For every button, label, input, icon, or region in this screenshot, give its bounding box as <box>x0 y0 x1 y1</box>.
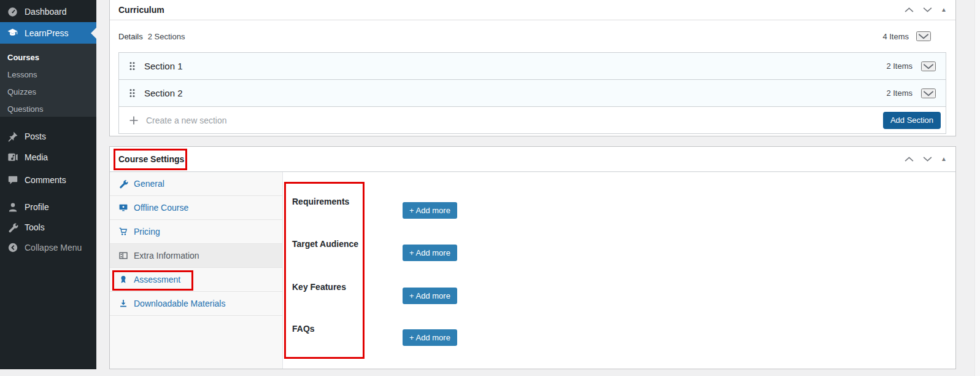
award-icon <box>118 275 128 284</box>
field-label-requirements: Requirements <box>292 197 349 206</box>
sidebar-item-collapse-menu[interactable]: Collapse Menu <box>0 237 96 258</box>
collapse-toggle-icon[interactable]: ▲ <box>941 156 947 162</box>
wrench-icon <box>118 179 128 189</box>
sidebar-item-dashboard[interactable]: Dashboard <box>0 1 96 22</box>
sidebar-item-learnpress[interactable]: LearnPress <box>0 22 96 44</box>
sidebar-item-media[interactable]: Media <box>0 147 96 168</box>
tab-label: Pricing <box>134 227 160 237</box>
sidebar-item-tools[interactable]: Tools <box>0 217 96 238</box>
details-label: Details <box>118 32 143 41</box>
tab-assessment[interactable]: Assessment <box>110 268 282 292</box>
active-menu-arrow <box>91 28 96 39</box>
download-icon <box>118 299 128 308</box>
plus-icon <box>129 116 139 125</box>
curriculum-panel-header: Curriculum ▲ <box>110 0 955 20</box>
sidebar-item-label: Profile <box>25 202 49 212</box>
sidebar-item-questions[interactable]: Questions <box>0 100 96 117</box>
add-more-key-features-button[interactable]: + Add more <box>403 288 457 304</box>
sidebar-item-courses[interactable]: Courses <box>0 49 96 66</box>
tab-label: General <box>134 179 164 189</box>
create-section-row: Create a new section Add Section <box>119 107 946 133</box>
dashboard-icon <box>7 6 18 18</box>
tab-label: Assessment <box>134 275 180 284</box>
sidebar-item-quizzes[interactable]: Quizzes <box>0 83 96 100</box>
curriculum-details-row: Details 2 Sections 4 Items <box>118 28 946 45</box>
move-up-icon[interactable] <box>904 6 914 14</box>
sidebar-item-posts[interactable]: Posts <box>0 126 96 147</box>
sidebar-item-profile[interactable]: Profile <box>0 197 96 217</box>
scrollbar[interactable] <box>974 0 980 376</box>
tab-downloadable-materials[interactable]: Downloadable Materials <box>110 292 282 316</box>
move-down-icon[interactable] <box>922 6 933 14</box>
tab-extra-information[interactable]: Extra Information <box>110 244 282 268</box>
add-section-button[interactable]: Add Section <box>883 112 941 129</box>
sidebar-item-label: Dashboard <box>25 7 67 17</box>
add-more-requirements-button[interactable]: + Add more <box>403 202 457 219</box>
section-row[interactable]: Section 1 2 Items <box>119 53 946 80</box>
move-up-icon[interactable] <box>904 155 914 163</box>
sidebar-item-label: Collapse Menu <box>25 243 82 253</box>
section-row[interactable]: Section 2 2 Items <box>119 80 946 107</box>
add-more-faqs-button[interactable]: + Add more <box>403 329 457 346</box>
panel-title: Curriculum <box>118 5 164 15</box>
section-name: Section 1 <box>144 61 183 71</box>
tab-pricing[interactable]: Pricing <box>110 220 282 244</box>
drag-handle-icon[interactable] <box>129 61 136 71</box>
media-icon <box>7 152 18 163</box>
curriculum-panel: Curriculum ▲ Details 2 Sections 4 Items … <box>109 0 956 136</box>
collapse-arrow-icon <box>7 242 18 254</box>
sidebar-item-label: Tools <box>25 222 45 232</box>
sidebar-item-lessons[interactable]: Lessons <box>0 66 96 83</box>
sidebar-item-label: Comments <box>25 175 66 185</box>
move-down-icon[interactable] <box>922 155 933 163</box>
table-icon <box>118 251 128 260</box>
user-icon <box>7 202 18 213</box>
sidebar-item-label: LearnPress <box>25 28 69 38</box>
graduation-cap-icon <box>7 27 18 39</box>
tab-label: Offline Course <box>134 203 188 213</box>
cart-icon <box>118 227 128 237</box>
add-more-target-audience-button[interactable]: + Add more <box>403 245 457 261</box>
section-items-count: 2 Items <box>886 88 912 98</box>
items-total: 4 Items <box>882 32 909 41</box>
chevron-down-icon[interactable] <box>921 88 936 98</box>
tab-general[interactable]: General <box>110 172 282 196</box>
drag-handle-icon[interactable] <box>129 88 136 98</box>
admin-sidebar: Dashboard LearnPress Courses Lessons Qui… <box>0 0 96 369</box>
section-name: Section 2 <box>144 88 183 98</box>
comment-icon <box>7 174 18 186</box>
tab-label: Downloadable Materials <box>134 299 225 308</box>
chevron-down-icon[interactable] <box>921 61 936 71</box>
tab-offline-course[interactable]: Offline Course <box>110 196 282 220</box>
monitor-icon <box>118 203 128 213</box>
field-label-target-audience: Target Audience <box>292 239 358 249</box>
sidebar-item-label: Media <box>25 152 48 162</box>
panel-title: Course Settings <box>118 154 184 164</box>
learnpress-submenu: Courses Lessons Quizzes Questions <box>0 44 96 117</box>
wrench-icon <box>7 222 18 233</box>
section-items-count: 2 Items <box>886 61 912 71</box>
create-section-input[interactable]: Create a new section <box>146 116 883 125</box>
sidebar-item-label: Posts <box>25 131 46 141</box>
section-list: Section 1 2 Items Section 2 2 Items <box>118 52 946 134</box>
course-settings-panel: Course Settings ▲ General Offline Course <box>109 146 956 369</box>
tab-label: Extra Information <box>134 251 199 260</box>
course-settings-header: Course Settings ▲ <box>110 147 955 172</box>
sidebar-item-comments[interactable]: Comments <box>0 170 96 190</box>
pushpin-icon <box>7 131 18 143</box>
chevron-down-icon[interactable] <box>916 31 931 41</box>
collapse-toggle-icon[interactable]: ▲ <box>941 7 947 13</box>
sections-count: 2 Sections <box>148 32 185 41</box>
field-label-faqs: FAQs <box>292 324 315 334</box>
settings-tabs: General Offline Course Pricing Extra Inf… <box>110 172 283 369</box>
field-label-key-features: Key Features <box>292 282 346 292</box>
